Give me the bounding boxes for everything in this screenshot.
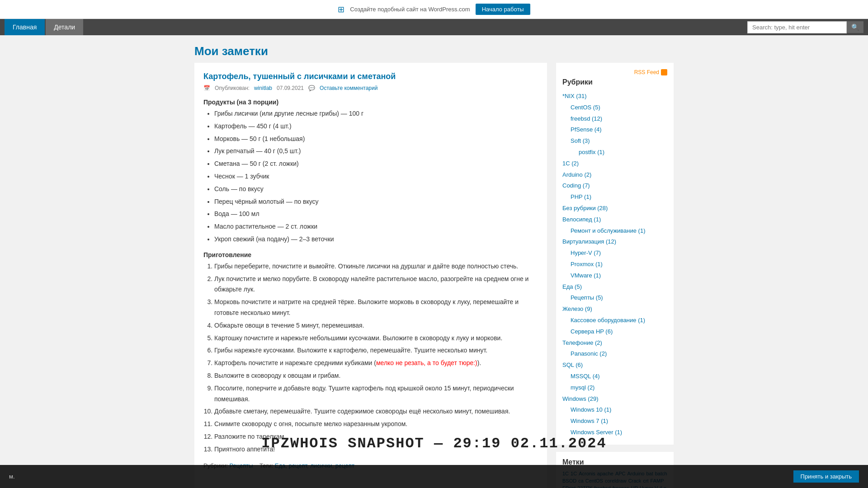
list-item: Картофель почистите и нарежьте средними … xyxy=(214,358,538,369)
cat-link[interactable]: freebsd (12) xyxy=(571,115,602,122)
nav-details[interactable]: Детали xyxy=(46,19,83,35)
list-item: Разложите по тарелкам. xyxy=(214,432,538,442)
nav-home[interactable]: Главная xyxy=(5,19,45,35)
accept-button[interactable]: Принять и закрыть xyxy=(793,470,859,483)
list-item: Ремонт и обслуживание (1) xyxy=(562,225,667,237)
list-item: PfSense (4) xyxy=(562,124,667,136)
list-item: Hyper-V (7) xyxy=(562,248,667,259)
cat-link[interactable]: Кассовое оборудование (1) xyxy=(571,317,645,324)
cat-link[interactable]: Windows (29) xyxy=(562,395,598,402)
cat-link[interactable]: Телефоние (2) xyxy=(562,339,602,346)
cat-link[interactable]: Без рубрики (28) xyxy=(562,205,608,211)
wordpress-icon: ⊞ xyxy=(338,5,344,14)
comment-link[interactable]: Оставьте комментарий xyxy=(320,85,377,91)
rss-label: RSS Feed xyxy=(634,69,659,75)
cat-link[interactable]: VMware (1) xyxy=(571,272,601,279)
wp-logo: ⊞ xyxy=(338,5,344,14)
start-button[interactable]: Начало работы xyxy=(476,4,530,15)
date-text: 07.09.2021 xyxy=(277,85,304,91)
list-item: Сервера HP (6) xyxy=(562,326,667,338)
content-area: Картофель, тушенный с лисичками и сметан… xyxy=(194,63,547,488)
accept-notice: м. Принять и закрыть xyxy=(0,465,868,488)
main-layout: Картофель, тушенный с лисичками и сметан… xyxy=(194,63,674,488)
cat-link[interactable]: PHP (1) xyxy=(571,193,591,200)
cat-link[interactable]: Сервера HP (6) xyxy=(571,328,613,335)
list-item: Без рубрики (28) xyxy=(562,203,667,214)
cat-link[interactable]: Panasonic (2) xyxy=(571,350,607,357)
list-item: Укроп свежий (на подачу) — 2–3 веточки xyxy=(214,234,538,245)
cat-link[interactable]: 1C (2) xyxy=(562,160,579,167)
cat-link[interactable]: Железо (9) xyxy=(562,305,592,312)
list-item: Proxmox (1) xyxy=(562,259,667,270)
cat-link[interactable]: MSSQL (4) xyxy=(571,373,600,380)
list-item: Лук почистите и мелко порубите. В сковор… xyxy=(214,274,538,296)
cat-link[interactable]: Ремонт и обслуживание (1) xyxy=(571,227,646,234)
post-content: Продукты (на 3 порции) Грибы лисички (ил… xyxy=(203,99,538,455)
cat-link[interactable]: Виртуализация (12) xyxy=(562,238,616,245)
cat-link[interactable]: Велосипед (1) xyxy=(562,216,601,223)
cat-link[interactable]: Proxmox (1) xyxy=(571,261,603,267)
list-item: Сметана — 50 г (2 ст. ложки) xyxy=(214,159,538,169)
cat-link[interactable]: Soft (3) xyxy=(571,137,590,144)
cat-link[interactable]: Windows 10 (1) xyxy=(571,406,611,413)
list-item: MSSQL (4) xyxy=(562,371,667,382)
categories-title: Рубрики xyxy=(562,78,667,86)
categories-widget: RSS Feed Рубрики *NIX (31) CentOS (5) fr… xyxy=(556,63,674,445)
list-item: freebsd (12) xyxy=(562,113,667,125)
list-item: Обжарьте овощи в течение 5 минут, переме… xyxy=(214,320,538,331)
list-item: Windows 7 (1) xyxy=(562,416,667,427)
published-label: Опубликован: xyxy=(215,85,250,91)
cat-link[interactable]: *NIX (31) xyxy=(562,93,586,99)
search-button[interactable]: 🔍 xyxy=(847,21,863,33)
list-item: Велосипед (1) xyxy=(562,214,667,225)
cat-link[interactable]: Hyper-V (7) xyxy=(571,249,601,256)
list-item: Посолите, поперчите и добавьте воду. Туш… xyxy=(214,383,538,405)
list-item: Картошку почистите и нарежьте небольшими… xyxy=(214,333,538,344)
list-item: mysql (2) xyxy=(562,382,667,394)
steps-list: Грибы переберите, почистите и вымойте. О… xyxy=(203,261,538,455)
list-item: Windows Server (1) xyxy=(562,427,667,438)
cat-link[interactable]: postfix (1) xyxy=(579,149,604,155)
notice-text: м. xyxy=(9,473,15,480)
list-item: Вода — 100 мл xyxy=(214,209,538,220)
page-wrap: Мои заметки Картофель, тушенный с лисичк… xyxy=(185,44,683,488)
comment-icon: 💬 xyxy=(308,85,315,91)
list-item: Снимите сковороду с огня, посыпьте мелко… xyxy=(214,419,538,430)
cat-link[interactable]: Windows Server (1) xyxy=(571,429,622,436)
list-item: Грибы лисички (или другие лесные грибы) … xyxy=(214,108,538,119)
cat-link[interactable]: Coding (7) xyxy=(562,182,590,189)
search-input[interactable] xyxy=(747,21,847,33)
author-link[interactable]: winitlab xyxy=(254,85,272,91)
post-meta: 📅 Опубликован: winitlab 07.09.2021 💬 Ост… xyxy=(203,85,538,91)
ingredients-list: Грибы лисички (или другие лесные грибы) … xyxy=(203,108,538,245)
cat-link[interactable]: Arduino (2) xyxy=(562,171,591,178)
cat-link[interactable]: CentOS (5) xyxy=(571,104,600,111)
list-item: CentOS (5) xyxy=(562,102,667,113)
list-item: Виртуализация (12) xyxy=(562,236,667,248)
calendar-icon: 📅 xyxy=(203,85,210,91)
list-item: Грибы нарежьте кусочками. Выложите к кар… xyxy=(214,345,538,356)
cat-link[interactable]: mysql (2) xyxy=(571,384,594,391)
wp-top-bar: ⊞ Создайте подобный сайт на WordPress.co… xyxy=(0,0,868,19)
cat-link[interactable]: Windows 7 (1) xyxy=(571,418,608,424)
list-item: Windows 10 (1) xyxy=(562,404,667,416)
rss-feed: RSS Feed xyxy=(562,69,667,75)
categories-list: *NIX (31) CentOS (5) freebsd (12) PfSens… xyxy=(562,91,667,438)
post-title[interactable]: Картофель, тушенный с лисичками и сметан… xyxy=(203,72,538,81)
list-item: SQL (6) xyxy=(562,360,667,371)
list-item: Морковь почистите и натрите на средней т… xyxy=(214,297,538,319)
list-item: VMware (1) xyxy=(562,270,667,282)
search-wrap: 🔍 xyxy=(747,21,863,33)
sidebar: RSS Feed Рубрики *NIX (31) CentOS (5) fr… xyxy=(556,63,674,488)
list-item: Выложите в сковороду к овощам и грибам. xyxy=(214,371,538,381)
cat-link[interactable]: Рецепты (5) xyxy=(571,294,603,301)
cat-link[interactable]: SQL (6) xyxy=(562,361,583,368)
cat-link[interactable]: PfSense (4) xyxy=(571,126,602,133)
cat-link[interactable]: Еда (5) xyxy=(562,283,582,290)
list-item: Рецепты (5) xyxy=(562,292,667,304)
list-item: Железо (9) xyxy=(562,304,667,315)
list-item: Картофель — 450 г (4 шт.) xyxy=(214,121,538,132)
list-item: Перец чёрный молотый — по вкусу xyxy=(214,197,538,207)
list-item: Coding (7) xyxy=(562,180,667,192)
list-item: Soft (3) xyxy=(562,136,667,147)
